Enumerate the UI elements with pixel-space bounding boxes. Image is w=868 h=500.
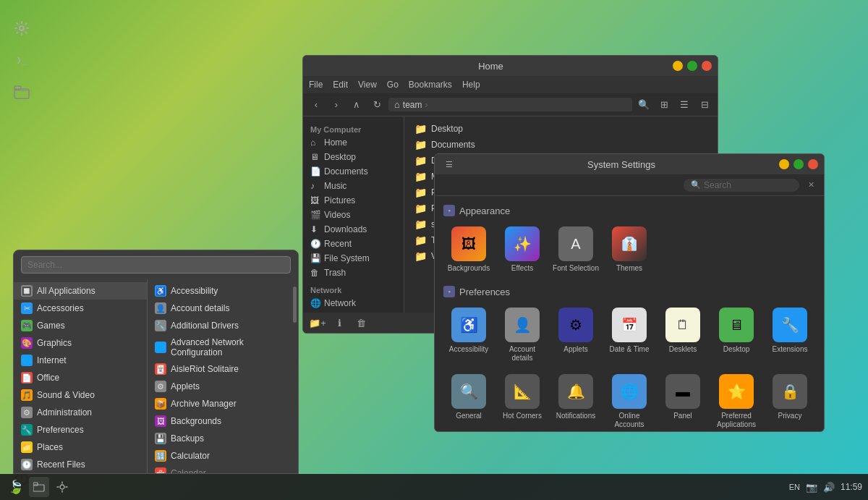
settings-menu-icon[interactable]: ☰: [441, 156, 458, 173]
category-games[interactable]: 🎮 Games: [14, 317, 147, 334]
file-menu-bookmarks[interactable]: Bookmarks: [409, 80, 452, 90]
category-all-apps[interactable]: 🔲 All Applications: [14, 282, 147, 300]
sidebar-trash[interactable]: 🗑Trash: [303, 266, 404, 280]
settings-accessibility[interactable]: ♿ Accessibility: [443, 303, 494, 367]
settings-dock-icon[interactable]: [7, 13, 37, 43]
category-administration[interactable]: ⚙ Administration: [14, 404, 147, 421]
settings-close-btn[interactable]: ✕: [808, 159, 818, 169]
file-menu-file[interactable]: File: [309, 80, 323, 90]
app-additional-drivers[interactable]: 🔧 Additional Drivers: [148, 317, 298, 334]
app-menu-search-input[interactable]: [21, 256, 291, 274]
sidebar-documents[interactable]: 📄Documents: [303, 164, 404, 179]
new-folder-icon[interactable]: 📁+: [309, 314, 326, 331]
settings-extensions[interactable]: 🔧 Extensions: [765, 303, 815, 367]
accessibility-label: Accessibility: [449, 345, 488, 354]
settings-account[interactable]: 👤 Account details: [497, 303, 548, 367]
settings-desklets[interactable]: 🗒 Desklets: [658, 303, 708, 367]
panel-label: Panel: [673, 412, 692, 420]
up-btn[interactable]: ∧: [348, 96, 365, 114]
settings-general[interactable]: 🔍 General: [443, 370, 494, 431]
app-applets[interactable]: ⚙ Applets: [148, 378, 298, 395]
file-manager-close-btn[interactable]: ✕: [702, 61, 712, 71]
back-btn[interactable]: ‹: [307, 96, 325, 114]
app-aisleriot-icon: 🃏: [155, 363, 166, 375]
svg-rect-6: [33, 483, 38, 486]
file-menu-view[interactable]: View: [358, 80, 377, 90]
sidebar-filesystem[interactable]: 💾File System: [303, 251, 404, 266]
sidebar-videos[interactable]: 🎬Videos: [303, 208, 404, 222]
sidebar-pictures[interactable]: 🖼Pictures: [303, 193, 404, 208]
app-menu-search-container: [14, 250, 298, 279]
category-accessories[interactable]: ✂ Accessories: [14, 300, 147, 317]
settings-desktop-pref[interactable]: 🖥 Desktop: [711, 303, 762, 367]
settings-titlebar[interactable]: ☰ System Settings — □ ✕: [435, 154, 824, 174]
app-aisleriot[interactable]: 🃏 AisleRiot Solitaire: [148, 360, 298, 378]
settings-minimize-btn[interactable]: —: [779, 159, 789, 169]
properties-icon[interactable]: ℹ: [331, 314, 348, 331]
sidebar-music[interactable]: ♪Music: [303, 179, 404, 193]
category-office[interactable]: 📄 Office: [14, 369, 147, 386]
app-calendar[interactable]: 📅 Calendar: [148, 465, 298, 473]
appearance-section-header: ▪ Appearance: [443, 205, 815, 216]
settings-privacy[interactable]: 🔒 Privacy: [765, 370, 815, 431]
category-preferences[interactable]: 🔧 Preferences: [14, 421, 147, 438]
file-manager-maximize-btn[interactable]: □: [687, 61, 697, 71]
settings-preferred-apps[interactable]: ⭐ Preferred Applications: [711, 370, 762, 431]
file-manager-minimize-btn[interactable]: —: [673, 61, 683, 71]
sidebar-recent[interactable]: 🕐Recent: [303, 237, 404, 251]
settings-datetime[interactable]: 📅 Date & Time: [604, 303, 655, 367]
search-icon[interactable]: 🔍: [635, 96, 652, 114]
settings-applets[interactable]: ⚙ Applets: [550, 303, 601, 367]
settings-clear-search-icon[interactable]: ✕: [804, 178, 818, 192]
settings-fonts[interactable]: A Font Selection: [550, 222, 601, 277]
app-backups-label: Backups: [171, 433, 204, 444]
file-menu-edit[interactable]: Edit: [333, 80, 348, 90]
refresh-btn[interactable]: ↻: [368, 96, 386, 114]
details-view-icon[interactable]: ⊟: [696, 96, 713, 114]
files-dock-icon[interactable]: [7, 77, 37, 107]
sidebar-desktop[interactable]: 🖥Desktop: [303, 150, 404, 164]
app-calculator[interactable]: 🔢 Calculator: [148, 447, 298, 465]
settings-search-bar[interactable]: 🔍 Search: [684, 179, 799, 192]
terminal-dock-icon[interactable]: ❯_: [7, 45, 37, 75]
empty-trash-icon[interactable]: 🗑: [352, 314, 370, 331]
sidebar-home[interactable]: ⌂Home: [303, 135, 404, 150]
category-sound-video[interactable]: 🎵 Sound & Video: [14, 386, 147, 404]
sidebar-network[interactable]: 🌐Network: [303, 296, 404, 310]
grid-view-icon[interactable]: ⊞: [655, 96, 673, 114]
forward-btn[interactable]: ›: [328, 96, 345, 114]
path-bar[interactable]: ⌂ team ›: [388, 98, 632, 111]
file-item-desktop[interactable]: 📁 Desktop: [409, 121, 713, 137]
app-archive-manager[interactable]: 📦 Archive Manager: [148, 395, 298, 412]
category-places[interactable]: 📁 Places: [14, 438, 147, 456]
category-recent-files[interactable]: 🕐 Recent Files: [14, 456, 147, 473]
app-accessibility[interactable]: ♿ Accessibility: [148, 282, 298, 300]
category-internet[interactable]: 🌐 Internet: [14, 352, 147, 369]
settings-effects[interactable]: ✨ Effects: [497, 222, 548, 277]
taskbar-files-btn[interactable]: [29, 477, 49, 497]
file-item-documents[interactable]: 📁 Documents: [409, 137, 713, 153]
office-icon: 📄: [21, 372, 33, 384]
settings-online-accounts[interactable]: 🌐 Online Accounts: [604, 370, 655, 431]
start-button[interactable]: 🍃: [6, 477, 26, 497]
file-menu-help[interactable]: Help: [462, 80, 480, 90]
settings-panel[interactable]: ▬ Panel: [658, 370, 708, 431]
file-menu-go[interactable]: Go: [387, 80, 399, 90]
app-account-details[interactable]: 👤 Account details: [148, 300, 298, 317]
file-manager-titlebar[interactable]: Home — □ ✕: [303, 56, 718, 76]
search-placeholder: Search: [704, 180, 731, 190]
sidebar-downloads[interactable]: ⬇Downloads: [303, 222, 404, 237]
settings-notifications[interactable]: 🔔 Notifications: [550, 370, 601, 431]
taskbar-settings-btn[interactable]: [52, 477, 72, 497]
app-backups[interactable]: 💾 Backups: [148, 430, 298, 447]
settings-maximize-btn[interactable]: □: [793, 159, 804, 169]
settings-backgrounds[interactable]: 🖼 Backgrounds: [443, 222, 494, 277]
fonts-icon: A: [558, 226, 593, 261]
settings-themes[interactable]: 👔 Themes: [604, 222, 655, 277]
settings-hot-corners[interactable]: 📐 Hot Corners: [497, 370, 548, 431]
language-indicator: EN: [789, 483, 800, 491]
category-graphics[interactable]: 🎨 Graphics: [14, 334, 147, 352]
list-view-icon[interactable]: ☰: [676, 96, 693, 114]
app-backgrounds[interactable]: 🖼 Backgrounds: [148, 412, 298, 430]
app-advanced-network[interactable]: 🌐 Advanced Network Configuration: [148, 334, 298, 360]
